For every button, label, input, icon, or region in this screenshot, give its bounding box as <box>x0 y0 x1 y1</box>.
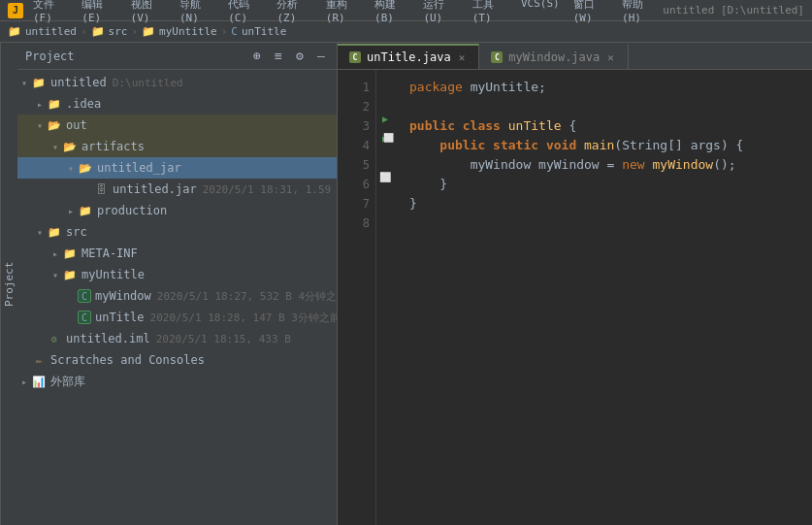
lib-icon: 📊 <box>31 374 47 389</box>
menu-view[interactable]: 视图(V) <box>125 0 172 25</box>
tree-item-artifacts[interactable]: ▾ 📂 artifacts <box>17 136 337 157</box>
code-line-1: package myUntitle; <box>409 78 796 97</box>
tree-item-mywindow[interactable]: C myWindow 2020/5/1 18:27, 532 B 4分钟之 <box>17 285 337 307</box>
tree-meta-mywindow: 2020/5/1 18:27, 532 B 4分钟之 <box>157 289 337 304</box>
tree-item-idea[interactable]: ▸ 📁 .idea <box>17 93 337 115</box>
tree-item-meta-inf[interactable]: ▸ 📁 META-INF <box>17 243 337 264</box>
tree-label-artifacts: artifacts <box>81 140 145 153</box>
menu-edit[interactable]: 编辑(E) <box>76 0 122 25</box>
nav-sep-2: › <box>131 25 138 38</box>
tree-arrow-extlibs: ▸ <box>17 377 31 387</box>
gutter-line-7 <box>376 186 394 206</box>
nav-folder-icon: 📁 <box>8 25 21 38</box>
menu-run[interactable]: 运行(U) <box>417 0 464 25</box>
code-line-3: public class unTitle { <box>409 116 796 136</box>
gutter-run-4[interactable]: ▶ ⬜ <box>376 128 394 148</box>
menu-tools[interactable]: 工具(T) <box>467 0 513 25</box>
code-area: 1 2 3 4 5 6 7 8 ▶ ▶ ⬜ ⬜ <box>338 70 812 525</box>
app-icon: J <box>8 3 23 18</box>
add-icon[interactable]: ⊕ <box>249 49 265 64</box>
tree-label-jar: untitled.jar <box>113 182 197 196</box>
nav-item-myuntitle[interactable]: myUntitle <box>159 25 217 38</box>
tree-label-meta: META-INF <box>81 246 138 260</box>
editor-area: C unTitle.java ✕ C myWindow.java ✕ 1 2 3… <box>338 43 812 525</box>
list-icon[interactable]: ≡ <box>271 49 286 64</box>
tree-item-untitled[interactable]: ▾ 📁 untitled D:\untitled <box>17 72 337 93</box>
gutter-line-2 <box>376 89 394 109</box>
tree-item-extlibs[interactable]: ▸ 📊 外部库 <box>17 371 337 392</box>
nav-sep-1: › <box>81 25 87 38</box>
tree-label-untitle-java: unTitle <box>95 311 145 324</box>
tab-label-untitle: unTitle.java <box>367 50 451 64</box>
folder-icon-myuntitle: 📁 <box>62 267 78 282</box>
iml-icon: ⚙ <box>47 331 62 346</box>
tree-meta-iml: 2020/5/1 18:15, 433 B <box>156 333 291 345</box>
project-toolbar-title: Project <box>25 49 244 63</box>
tree-label-scratches: Scratches and Consoles <box>50 353 205 367</box>
tree-arrow-src: ▾ <box>33 227 47 238</box>
menu-navigate[interactable]: 导航(N) <box>174 0 220 25</box>
project-panel: Project ⊕ ≡ ⚙ — ▾ 📁 untitled D:\untitled… <box>17 43 338 525</box>
menu-analyze[interactable]: 分析(Z) <box>271 0 317 25</box>
panel-label: Project <box>0 43 17 525</box>
nav-folder-icon-2: 📁 <box>91 25 105 38</box>
gutter-line-5 <box>376 148 394 167</box>
tree-item-myuntitle[interactable]: ▾ 📁 myUntitle <box>17 264 337 285</box>
tree-item-production[interactable]: ▸ 📁 production <box>17 200 337 221</box>
tree-label-iml: untitled.iml <box>66 332 150 345</box>
jar-icon: 🗄 <box>93 181 109 197</box>
line-numbers: 1 2 3 4 5 6 7 8 <box>338 70 376 525</box>
nav-item-src[interactable]: src <box>109 25 128 38</box>
code-line-6: } <box>409 175 796 194</box>
window-title: untitled [D:\untitled] <box>663 4 804 16</box>
menu-help[interactable]: 帮助(H) <box>616 0 663 25</box>
folder-icon-out: 📂 <box>47 117 62 133</box>
tree-meta-untitled: D:\untitled <box>113 77 183 89</box>
gutter-run-3[interactable]: ▶ <box>376 109 394 128</box>
code-editor[interactable]: package myUntitle; public class unTitle … <box>394 70 812 525</box>
menu-bar: 文件(F) 编辑(E) 视图(V) 导航(N) 代码(C) 分析(Z) 重构(R… <box>27 0 663 25</box>
menu-vcs[interactable]: VCS(S) <box>515 0 566 25</box>
tree-meta-jar: 2020/5/1 18:31, 1.59 kB <box>203 183 337 196</box>
nav-item-untitle[interactable]: unTitle <box>242 25 286 38</box>
nav-item-untitled[interactable]: untitled <box>25 25 77 38</box>
tab-label-mywindow: myWindow.java <box>508 50 600 64</box>
tree-label-myuntitle: myUntitle <box>81 268 145 281</box>
gutter: ▶ ▶ ⬜ ⬜ <box>376 70 394 525</box>
tab-close-untitle[interactable]: ✕ <box>457 51 468 64</box>
tree-label-idea: .idea <box>66 97 101 111</box>
tree-item-untitled-jar-folder[interactable]: ▾ 📂 untitled_jar <box>17 157 337 179</box>
tree-arrow-untitled-jar: ▾ <box>64 163 78 174</box>
tree-label-untitled-jar: untitled_jar <box>97 161 181 175</box>
tree-item-iml[interactable]: ⚙ untitled.iml 2020/5/1 18:15, 433 B <box>17 328 337 349</box>
title-bar: J 文件(F) 编辑(E) 视图(V) 导航(N) 代码(C) 分析(Z) 重构… <box>0 0 812 21</box>
tab-icon-untitle: C <box>349 51 361 63</box>
menu-window[interactable]: 窗口(W) <box>568 0 614 25</box>
tree-item-out[interactable]: ▾ 📂 out <box>17 115 337 136</box>
tree-arrow-untitled: ▾ <box>17 78 31 88</box>
tree-item-scratches[interactable]: ✏ Scratches and Consoles <box>17 349 337 371</box>
code-line-4: public static void main(String[] args) { <box>409 136 796 155</box>
menu-build[interactable]: 构建(B) <box>369 0 415 25</box>
folder-icon-prod: 📁 <box>78 203 93 218</box>
tree-item-untitle-java[interactable]: C unTitle 2020/5/1 18:28, 147 B 3分钟之前 <box>17 307 337 328</box>
tree-label-prod: production <box>97 204 167 217</box>
menu-file[interactable]: 文件(F) <box>27 0 74 25</box>
tab-close-mywindow[interactable]: ✕ <box>605 51 616 64</box>
java-icon-mywindow: C <box>78 289 91 303</box>
menu-code[interactable]: 代码(C) <box>222 0 269 25</box>
tab-untitle-java[interactable]: C unTitle.java ✕ <box>338 44 479 69</box>
editor-tabs: C unTitle.java ✕ C myWindow.java ✕ <box>338 43 812 70</box>
tree-arrow-meta: ▸ <box>49 248 62 259</box>
minimize-icon[interactable]: — <box>313 49 329 64</box>
folder-icon-src: 📁 <box>47 224 62 240</box>
tree-item-jar-file[interactable]: 🗄 untitled.jar 2020/5/1 18:31, 1.59 kB <box>17 179 337 200</box>
tree-item-src[interactable]: ▾ 📁 src <box>17 221 337 243</box>
tree-arrow-prod: ▸ <box>64 206 78 216</box>
folder-icon-untitled-jar: 📂 <box>78 160 93 176</box>
code-line-7: } <box>409 194 796 213</box>
tab-mywindow-java[interactable]: C myWindow.java ✕ <box>479 44 629 69</box>
menu-refactor[interactable]: 重构(R) <box>320 0 367 25</box>
settings-icon[interactable]: ⚙ <box>292 49 308 64</box>
tree-label-src: src <box>66 225 87 239</box>
